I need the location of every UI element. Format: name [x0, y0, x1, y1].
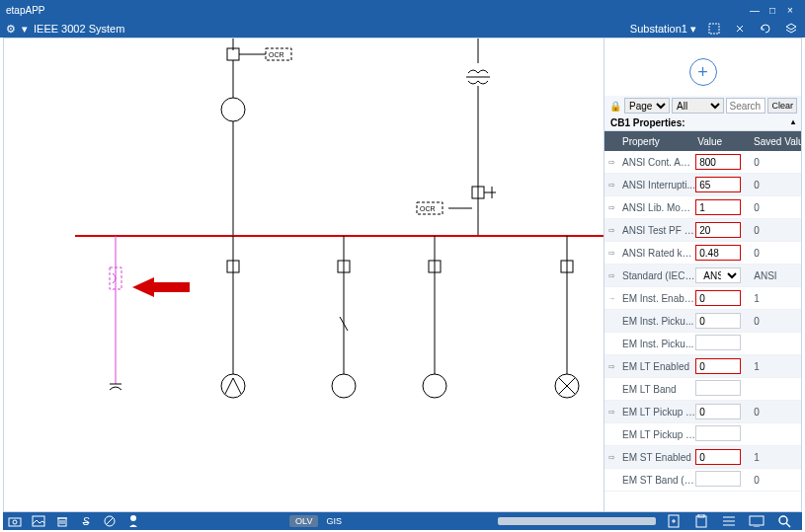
settings-gear-icon[interactable]: ⚙	[6, 23, 16, 36]
header-saved: Saved Value	[750, 136, 801, 147]
value-input[interactable]	[695, 358, 741, 374]
close-button[interactable]: ×	[781, 5, 799, 16]
expand-icon[interactable]: ⇨	[604, 203, 618, 212]
clipboard-icon[interactable]	[689, 512, 713, 530]
properties-panel: + 🔒 Page All Clear CB1 Properties: ▴ Pro…	[604, 38, 801, 511]
value-box[interactable]	[695, 471, 741, 487]
cancel-icon[interactable]	[98, 512, 121, 530]
value-cell	[695, 358, 748, 374]
value-box[interactable]	[695, 425, 741, 441]
list-icon[interactable]	[717, 512, 741, 530]
table-row: ⇨EM LT Enabled1	[604, 355, 801, 378]
saved-value: 0	[748, 248, 801, 259]
value-input[interactable]	[695, 449, 741, 465]
expand-icon[interactable]: ⇨	[604, 271, 618, 280]
value-cell	[695, 471, 748, 489]
svg-rect-0	[709, 24, 719, 34]
table-row: ⇨ANSI Test PF [%]0	[604, 219, 801, 242]
saved-value: 1	[748, 293, 801, 304]
value-select[interactable]: ANSI	[695, 267, 741, 283]
diagram-canvas[interactable]: OCR OCR	[4, 38, 604, 511]
expand-icon[interactable]	[706, 21, 722, 37]
value-input[interactable]	[695, 199, 741, 215]
property-label: ANSI Cont. Am...	[618, 157, 695, 168]
table-row: EM ST Band (V...0	[604, 469, 801, 492]
substation-selector[interactable]: Substation1 ▾	[630, 23, 696, 36]
expand-icon[interactable]: ⇨	[604, 362, 618, 371]
expand-icon[interactable]: ⇨	[604, 226, 618, 235]
value-input[interactable]	[695, 313, 741, 329]
value-input[interactable]	[695, 245, 741, 261]
value-input[interactable]	[695, 154, 741, 170]
target-icon[interactable]	[732, 21, 748, 37]
app-title: etapAPP	[6, 5, 44, 16]
table-row: ⇨ANSI Interrupti...0	[604, 174, 801, 196]
properties-table: Property Value Saved Value ⇨ANSI Cont. A…	[604, 131, 801, 511]
minimize-button[interactable]: —	[746, 5, 764, 16]
window-titlebar: etapAPP — □ ×	[0, 0, 805, 20]
filter-group-select[interactable]: All	[672, 98, 724, 114]
settings-dropdown-icon[interactable]: ▾	[22, 23, 28, 36]
svg-line-57	[786, 523, 790, 527]
property-label: ANSI Test PF [%]	[618, 225, 695, 236]
expand-icon[interactable]: ⇨	[604, 249, 618, 258]
bottom-toolbar: S OLV GIS	[3, 512, 802, 530]
single-line-diagram: OCR OCR	[4, 38, 604, 511]
property-label: EM Inst. Picku...	[618, 339, 695, 349]
svg-point-45	[130, 515, 136, 521]
trash-icon[interactable]	[50, 512, 74, 530]
table-row: ⇨ANSI Cont. Am...0	[604, 151, 801, 174]
layers-icon[interactable]	[783, 21, 799, 37]
saved-value: 1	[748, 361, 801, 372]
value-box[interactable]	[695, 380, 741, 396]
property-label: EM LT Pickup (...	[618, 429, 695, 440]
clear-button[interactable]: Clear	[767, 98, 797, 114]
tab-olv[interactable]: OLV	[289, 515, 318, 527]
property-label: Standard (IEC/...	[618, 270, 695, 281]
value-input[interactable]	[695, 290, 741, 306]
value-box[interactable]	[695, 335, 741, 350]
search-input[interactable]	[726, 98, 765, 114]
expand-icon[interactable]: →	[604, 294, 618, 303]
svg-point-9	[221, 98, 245, 121]
camera-icon[interactable]	[3, 512, 27, 530]
value-cell	[695, 449, 748, 465]
value-cell	[695, 245, 748, 261]
panel-title-label: CB1 Properties:	[610, 117, 685, 128]
image-icon[interactable]	[27, 512, 50, 530]
property-label: EM LT Pickup (...	[618, 407, 695, 418]
refresh-icon[interactable]	[758, 21, 773, 37]
table-row: ⇨EM ST Enabled1	[604, 446, 801, 469]
panel-title-bar[interactable]: CB1 Properties: ▴	[604, 115, 801, 131]
value-input[interactable]	[695, 222, 741, 238]
new-doc-icon[interactable]	[662, 512, 685, 530]
value-cell	[695, 335, 748, 352]
add-button[interactable]: +	[689, 58, 717, 86]
filter-scope-select[interactable]: Page	[624, 98, 670, 114]
table-row: ⇨Standard (IEC/...ANSIANSI	[604, 265, 801, 287]
expand-icon[interactable]: ⇨	[604, 408, 618, 417]
collapse-icon[interactable]: ▴	[791, 117, 795, 128]
location-icon[interactable]	[121, 512, 145, 530]
saved-value: 0	[748, 157, 801, 168]
strikethrough-icon[interactable]: S	[74, 512, 98, 530]
horizontal-scrollbar[interactable]	[498, 517, 656, 525]
monitor-icon[interactable]	[745, 512, 768, 530]
expand-icon[interactable]: ⇨	[604, 158, 618, 167]
lock-icon[interactable]: 🔒	[608, 101, 622, 112]
svg-line-44	[107, 518, 114, 525]
svg-rect-35	[9, 518, 21, 526]
table-row: EM LT Band	[604, 378, 801, 401]
search-icon[interactable]	[772, 512, 796, 530]
value-cell	[695, 222, 748, 238]
table-row: ⇨EM LT Pickup (...0	[604, 401, 801, 423]
property-label: EM Inst. Enabled	[618, 293, 695, 304]
maximize-button[interactable]: □	[764, 5, 781, 16]
tab-gis[interactable]: GIS	[320, 515, 348, 527]
expand-icon[interactable]: ⇨	[604, 453, 618, 462]
value-input[interactable]	[695, 404, 741, 419]
saved-value: 1	[748, 452, 801, 463]
value-input[interactable]	[695, 177, 741, 192]
svg-point-36	[13, 520, 17, 524]
expand-icon[interactable]: ⇨	[604, 181, 618, 190]
